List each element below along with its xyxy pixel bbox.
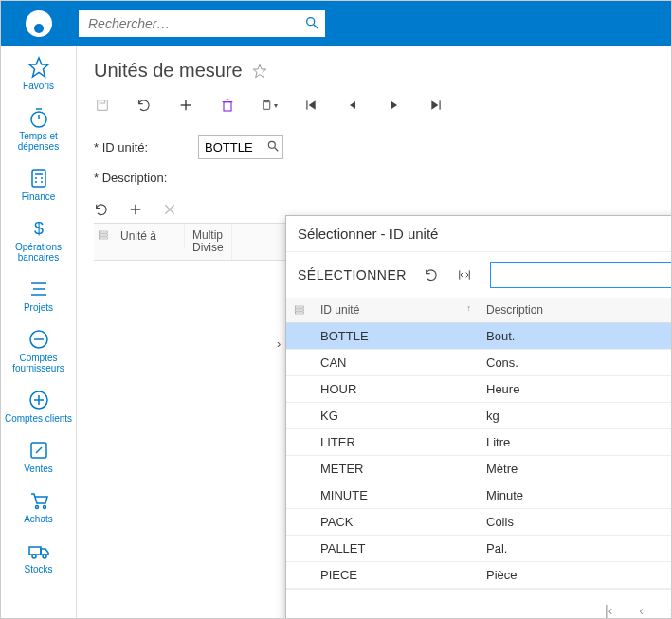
col-id[interactable]: ID unité↑ xyxy=(313,298,479,323)
table-row[interactable]: KGkg xyxy=(286,403,672,429)
svg-rect-59 xyxy=(296,306,304,308)
chevron-down-icon: ▾ xyxy=(274,101,278,110)
sidebar-item-favoris[interactable]: Favoris xyxy=(1,56,76,91)
sidebar-item-achats[interactable]: Achats xyxy=(1,489,76,524)
favorite-star-icon[interactable] xyxy=(252,64,267,79)
projects-icon xyxy=(27,278,50,300)
global-search-wrap xyxy=(79,10,325,37)
clipboard-button[interactable]: ▾ xyxy=(261,97,278,114)
cell-desc: Mètre xyxy=(479,456,672,482)
cell-desc: kg xyxy=(479,403,672,429)
delete-row-icon[interactable] xyxy=(162,202,177,217)
svg-point-23 xyxy=(43,506,45,509)
add-row-icon[interactable] xyxy=(128,202,143,217)
svg-text:$: $ xyxy=(33,219,43,238)
svg-marker-2 xyxy=(29,58,48,77)
popup-search-input[interactable] xyxy=(490,262,672,288)
id-unit-label: ID unité: xyxy=(94,140,198,155)
cell-id: KG xyxy=(313,403,479,429)
grid-menu-icon[interactable] xyxy=(98,229,109,241)
sidebar-item-label: Favoris xyxy=(23,81,54,91)
add-button[interactable] xyxy=(177,97,194,114)
svg-marker-40 xyxy=(391,101,397,109)
sort-asc-icon: ↑ xyxy=(467,303,472,313)
svg-rect-28 xyxy=(98,100,108,111)
lookup-icon[interactable] xyxy=(266,139,280,153)
svg-point-43 xyxy=(268,141,275,148)
sidebar-item-label: Temps et dépenses xyxy=(1,131,76,152)
app-header xyxy=(1,1,671,46)
delete-button[interactable] xyxy=(219,97,236,114)
plus-circle-icon xyxy=(27,389,50,411)
sidebar-item-clients[interactable]: Comptes clients xyxy=(1,389,76,424)
stopwatch-icon xyxy=(27,106,50,129)
grid-col-unit[interactable]: Unité à xyxy=(113,224,185,248)
svg-rect-32 xyxy=(224,102,231,111)
col-desc[interactable]: Description xyxy=(479,298,672,323)
refresh-icon[interactable] xyxy=(94,202,109,217)
sidebar-item-fournisseurs[interactable]: Comptes fournisseurs xyxy=(1,328,76,373)
sidebar-item-label: Projets xyxy=(24,302,53,313)
sidebar-item-finance[interactable]: Finance xyxy=(1,167,76,202)
sidebar-item-ventes[interactable]: Ventes xyxy=(1,439,76,474)
minus-circle-icon xyxy=(27,328,50,351)
selector-tbody: BOTTLEBout.CANCons.HOURHeureKGkgLITERLit… xyxy=(286,323,672,589)
table-row[interactable]: LITERLitre xyxy=(286,429,672,456)
page-title: Unités de mesure xyxy=(94,60,654,82)
undo-button[interactable] xyxy=(136,97,153,114)
table-row[interactable]: MINUTEMinute xyxy=(286,482,672,509)
grid-col-multdiv[interactable]: Multip Divise xyxy=(185,224,232,260)
sidebar-item-projets[interactable]: Projets xyxy=(1,278,76,313)
table-row[interactable]: PALLETPal. xyxy=(286,536,672,562)
select-action[interactable]: SÉLECTIONNER xyxy=(298,267,407,282)
sidebar-item-label: Opérations bancaires xyxy=(1,242,76,263)
sidebar-item-label: Finance xyxy=(22,191,56,202)
dollar-icon: $ xyxy=(27,217,50,240)
pager-first[interactable]: |‹ xyxy=(605,603,612,618)
cell-id: PACK xyxy=(313,509,479,536)
table-row[interactable]: PACKColis xyxy=(286,509,672,536)
cell-desc: Litre xyxy=(479,429,672,456)
svg-rect-29 xyxy=(100,100,104,103)
svg-rect-24 xyxy=(29,547,41,555)
sidebar-item-label: Comptes fournisseurs xyxy=(1,353,76,373)
main-content: Unités de mesure ▾ ID unité: Description… xyxy=(77,46,671,618)
svg-rect-6 xyxy=(32,170,45,187)
app-logo[interactable] xyxy=(9,10,69,37)
grid-menu-icon[interactable] xyxy=(294,304,305,316)
sidebar-item-banking[interactable]: $ Opérations bancaires xyxy=(1,217,76,263)
next-record-button[interactable] xyxy=(386,97,403,114)
table-row[interactable]: BOTTLEBout. xyxy=(286,323,672,350)
cell-id: LITER xyxy=(313,429,479,456)
svg-point-26 xyxy=(43,555,46,558)
cell-id: BOTTLE xyxy=(313,323,479,350)
calculator-icon xyxy=(27,167,50,190)
search-icon xyxy=(304,15,319,30)
table-row[interactable]: METERMètre xyxy=(286,456,672,482)
svg-rect-51 xyxy=(100,237,108,239)
svg-marker-27 xyxy=(253,64,265,77)
cell-id: PALLET xyxy=(313,536,479,562)
cell-id: METER xyxy=(313,456,479,482)
table-row[interactable]: CANCons. xyxy=(286,350,672,376)
table-row[interactable]: PIECEPièce xyxy=(286,562,672,589)
svg-point-22 xyxy=(35,506,38,509)
save-button[interactable] xyxy=(94,97,111,114)
sidebar-item-label: Achats xyxy=(24,514,53,524)
fit-columns-icon[interactable] xyxy=(456,268,473,282)
prev-record-button[interactable] xyxy=(344,97,361,114)
cell-id: PIECE xyxy=(313,562,479,589)
sidebar-item-stocks[interactable]: Stocks xyxy=(1,539,76,574)
sidebar-item-temps[interactable]: Temps et dépenses xyxy=(1,106,76,152)
refresh-icon[interactable] xyxy=(424,267,439,282)
svg-rect-60 xyxy=(296,309,304,311)
global-search-input[interactable] xyxy=(79,10,325,37)
cell-id: MINUTE xyxy=(313,482,479,509)
star-icon xyxy=(27,56,50,79)
sidebar-item-label: Ventes xyxy=(24,464,53,474)
truck-icon xyxy=(27,539,50,562)
first-record-button[interactable] xyxy=(302,97,319,114)
last-record-button[interactable] xyxy=(427,97,445,114)
pager-prev[interactable]: ‹ xyxy=(639,603,644,618)
table-row[interactable]: HOURHeure xyxy=(286,376,672,403)
